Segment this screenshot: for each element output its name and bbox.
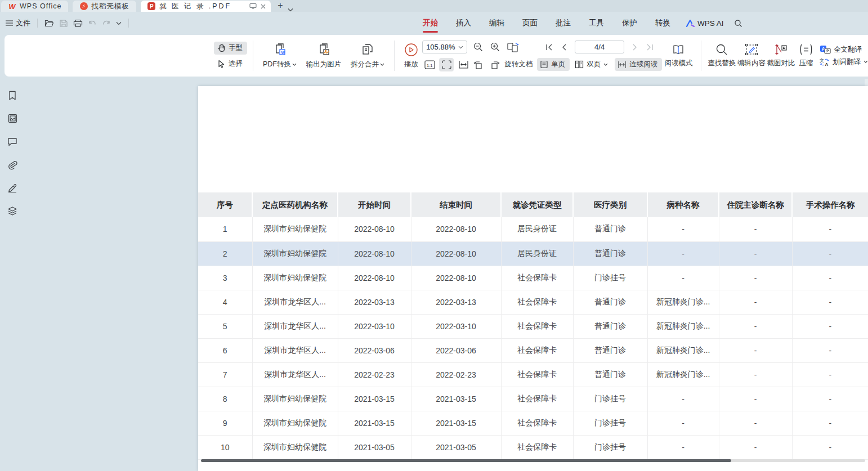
- column-header: 病种名称: [647, 192, 719, 217]
- fit-page-button[interactable]: [439, 58, 454, 71]
- table-cell: 9: [198, 411, 252, 435]
- new-tab-button[interactable]: +: [272, 1, 287, 12]
- tab-label: 找稻壳模板: [91, 2, 129, 11]
- rotate-doc-label[interactable]: 旋转文档: [504, 60, 533, 69]
- thumbnails-icon[interactable]: [5, 111, 20, 126]
- rotate-right-icon[interactable]: [487, 58, 502, 71]
- menu-item-wps-ai[interactable]: WPS AI: [681, 17, 730, 30]
- table-cell: 2022-03-13: [338, 290, 411, 314]
- table-row: 4深圳市龙华区人...2022-03-132022-03-13社会保障卡普通门诊…: [198, 290, 868, 314]
- bookmark-icon[interactable]: [5, 88, 20, 103]
- table-cell: 深圳市妇幼保健院: [252, 217, 338, 241]
- redo-icon[interactable]: [102, 19, 111, 27]
- table-cell: 2021-03-05: [338, 435, 411, 459]
- quick-access-chevron-icon[interactable]: [116, 21, 122, 25]
- table-cell: 2022-03-06: [338, 338, 411, 362]
- tab-document-pdf[interactable]: P 就 医 记 录 .PDF: [141, 1, 271, 12]
- svg-text:文: 文: [820, 58, 824, 63]
- next-page-icon[interactable]: [629, 41, 641, 53]
- play-button[interactable]: 播放: [400, 43, 422, 69]
- document-title: 就 医 记 录 .PDF: [159, 2, 231, 11]
- translate-group: A 全文翻译 文A 划词翻译: [820, 45, 868, 67]
- save-icon[interactable]: [59, 19, 68, 28]
- search-icon: [715, 43, 728, 56]
- table-row: 10深圳市妇幼保健院2021-03-052021-03-05社会保障卡门诊挂号-…: [198, 435, 868, 459]
- table-cell: -: [792, 314, 868, 338]
- compress-button[interactable]: 压缩: [796, 43, 816, 68]
- rotate-left-icon[interactable]: [471, 58, 485, 71]
- horizontal-scrollbar-track[interactable]: [201, 459, 865, 462]
- close-tab-icon[interactable]: [260, 3, 266, 10]
- fit-width-button[interactable]: [456, 58, 471, 71]
- tab-docer-template[interactable]: ⚡ 找稻壳模板: [73, 1, 136, 12]
- layers-icon[interactable]: [5, 203, 20, 218]
- page-indicator-input[interactable]: 4/4: [575, 41, 624, 53]
- open-folder-icon[interactable]: [44, 19, 54, 28]
- export-image-button[interactable]: 输出为图片: [301, 42, 347, 69]
- menu-item-7[interactable]: 保护: [614, 16, 645, 30]
- split-merge-button[interactable]: 拆分合并: [347, 42, 388, 69]
- table-cell: -: [647, 266, 719, 290]
- table-cell: -: [792, 338, 868, 362]
- signature-icon[interactable]: [5, 180, 20, 195]
- convert-group: W PDF转换 输出为图片 拆分合并: [259, 42, 388, 69]
- menu-item-1[interactable]: 开始: [415, 16, 446, 30]
- menu-item-3[interactable]: 编辑: [481, 16, 512, 30]
- find-replace-button[interactable]: 查找替换: [707, 43, 737, 68]
- table-cell: 6: [198, 338, 252, 362]
- tab-list-chevron-icon[interactable]: [288, 8, 297, 12]
- chevron-down-icon: [458, 46, 463, 49]
- prev-page-icon[interactable]: [558, 41, 570, 53]
- menu-item-8[interactable]: 转换: [647, 16, 678, 30]
- comment-icon[interactable]: [5, 134, 20, 149]
- swap-pages-icon[interactable]: [504, 41, 522, 54]
- left-panel-toolbar: [0, 79, 25, 471]
- word-translate-icon: 文A: [820, 57, 830, 67]
- wps-ai-logo-icon: [686, 20, 695, 27]
- table-cell: 新冠肺炎门诊...: [647, 314, 719, 338]
- table-cell: 深圳市龙华区人...: [252, 290, 338, 314]
- single-page-button[interactable]: 单页: [537, 58, 570, 71]
- fit-page-icon: [442, 60, 451, 69]
- hand-tool-button[interactable]: 手型: [214, 42, 247, 55]
- medical-records-table: 序号定点医药机构名称开始时间结束时间就诊凭证类型医疗类别病种名称住院主诊断名称手…: [198, 192, 868, 460]
- pointer-tools-group: 手型 选择: [214, 42, 247, 70]
- screenshot-compare-button[interactable]: 截图对比: [766, 43, 796, 68]
- zoom-out-icon[interactable]: [471, 41, 485, 54]
- menu-search-icon[interactable]: [730, 17, 747, 30]
- menu-item-4[interactable]: 页面: [514, 16, 545, 30]
- menu-bar-items: 开始插入编辑页面批注工具保护转换: [415, 16, 681, 30]
- menu-item-6[interactable]: 工具: [581, 16, 612, 30]
- zoom-level-value: 105.88%: [426, 43, 455, 51]
- actual-size-button[interactable]: 1:1: [422, 58, 437, 71]
- attachment-icon[interactable]: [5, 157, 20, 172]
- table-row: 1深圳市妇幼保健院2022-08-102022-08-10居民身份证普通门诊--…: [198, 217, 868, 241]
- table-cell: -: [647, 387, 719, 411]
- word-translate-button[interactable]: 文A 划词翻译: [820, 57, 868, 67]
- menu-item-2[interactable]: 插入: [448, 16, 479, 30]
- file-menu-button[interactable]: 文件: [6, 18, 30, 28]
- first-page-icon[interactable]: [543, 41, 556, 53]
- table-cell: -: [647, 217, 719, 241]
- full-translate-button[interactable]: A 全文翻译: [820, 45, 868, 55]
- read-mode-button[interactable]: 阅读模式: [662, 44, 695, 68]
- zoom-level-combobox[interactable]: 105.88%: [422, 41, 467, 53]
- screen-share-icon[interactable]: [249, 3, 257, 10]
- table-cell: 2022-03-13: [411, 290, 501, 314]
- menu-item-5[interactable]: 批注: [548, 16, 579, 30]
- zoom-in-icon[interactable]: [487, 41, 502, 54]
- pdf-convert-button[interactable]: W PDF转换: [259, 42, 301, 69]
- table-cell: -: [719, 338, 792, 362]
- undo-icon[interactable]: [88, 19, 97, 27]
- wps-pdf-window: W WPS Office ⚡ 找稻壳模板 P 就 医 记 录 .PDF + 文: [0, 0, 868, 471]
- last-page-icon[interactable]: [643, 41, 656, 53]
- table-cell: 社会保障卡: [501, 435, 573, 459]
- double-page-button[interactable]: 双页: [572, 58, 612, 71]
- select-tool-button[interactable]: 选择: [214, 57, 247, 70]
- horizontal-scrollbar-thumb[interactable]: [201, 459, 731, 462]
- table-cell: 普通门诊: [573, 241, 647, 266]
- tab-wps-office[interactable]: W WPS Office: [1, 1, 68, 12]
- print-icon[interactable]: [73, 19, 83, 28]
- edit-content-button[interactable]: 编辑内容: [737, 43, 767, 68]
- continuous-read-button[interactable]: 连续阅读: [615, 58, 662, 71]
